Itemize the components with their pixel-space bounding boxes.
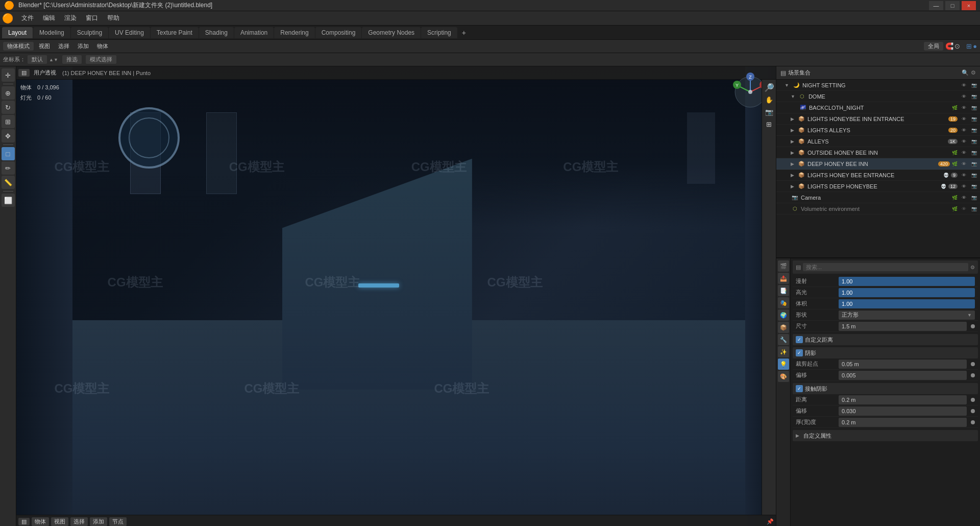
menu-file[interactable]: 文件 bbox=[17, 13, 38, 23]
outliner-item-dome[interactable]: ▼ ⬡ DOME 👁 📷 bbox=[776, 91, 980, 102]
thickness-value[interactable]: 0.2 m bbox=[839, 418, 967, 427]
viewport-type-btn[interactable]: ▤ bbox=[18, 69, 30, 77]
size-value[interactable]: 1.5 m bbox=[839, 322, 967, 331]
volumetric-eye[interactable]: 👁 bbox=[960, 205, 968, 213]
annotate-tool[interactable]: ✏ bbox=[2, 161, 15, 175]
custom-distance-header[interactable]: ✓ 自定义距离 bbox=[793, 334, 978, 345]
custom-distance-checkbox[interactable]: ✓ bbox=[796, 336, 803, 343]
add-cube-tool[interactable]: ⬜ bbox=[2, 194, 15, 207]
shadow-checkbox[interactable]: ✓ bbox=[796, 349, 803, 356]
zoom-in-btn[interactable]: 🔎 bbox=[764, 82, 775, 93]
data-props-btn[interactable]: 💡 bbox=[778, 358, 789, 370]
outliner-item-alleys[interactable]: ▶ 📦 ALLEYS 1K 👁 📷 bbox=[776, 136, 980, 147]
tab-scripting[interactable]: Scripting bbox=[421, 27, 457, 38]
bias-value[interactable]: 0.005 bbox=[839, 371, 967, 380]
output-props-btn[interactable]: 📤 bbox=[778, 273, 789, 284]
outliner-item-volumetric[interactable]: ⬡ Volumetric environment 🌿 👁 📷 bbox=[776, 203, 980, 214]
select-mode-button[interactable]: 推选 bbox=[62, 55, 82, 64]
outliner-item-lights-bee[interactable]: ▶ 📦 LIGHTS HONEY BEE ENTRANCE 💀 9 👁 📷 bbox=[776, 170, 980, 181]
outliner-filter-icon[interactable]: 🔍 bbox=[962, 69, 969, 76]
outliner-item-lights-deep[interactable]: ▶ 📦 LIGHTS DEEP HONEYBEE 💀 12 👁 📷 bbox=[776, 181, 980, 192]
visibility-eye-icon[interactable]: 👁 bbox=[960, 81, 968, 89]
coord-system-select[interactable]: 默认 bbox=[28, 55, 47, 64]
alleys-eye[interactable]: 👁 bbox=[960, 137, 968, 146]
viewport[interactable]: CG模型主 CG模型主 CG模型主 CG模型主 CG模型主 CG模型主 CG模型… bbox=[16, 66, 776, 526]
lights-bee-eye[interactable]: 👁 bbox=[960, 171, 968, 179]
render-camera-icon[interactable]: 📷 bbox=[970, 81, 978, 89]
rotate-tool[interactable]: ↻ bbox=[2, 101, 15, 114]
footer-object-btn[interactable]: 物体 bbox=[32, 517, 49, 526]
diffuse-value[interactable]: 1.00 bbox=[839, 277, 975, 286]
props-search-input[interactable] bbox=[803, 263, 968, 271]
tab-animation[interactable]: Animation bbox=[234, 27, 274, 38]
volume-value[interactable]: 1.00 bbox=[839, 299, 975, 308]
dome-eye-icon[interactable]: 👁 bbox=[960, 92, 968, 101]
outliner-options-icon[interactable]: ⚙ bbox=[971, 69, 976, 76]
custom-props-header[interactable]: ▶ 自定义属性 bbox=[793, 430, 978, 441]
maximize-button[interactable]: □ bbox=[945, 1, 960, 10]
shape-value[interactable]: 正方形 ▼ bbox=[839, 310, 975, 320]
transform-tool[interactable]: ✥ bbox=[2, 129, 15, 142]
grid-view-btn[interactable]: ⊞ bbox=[764, 118, 775, 130]
modifier-props-btn[interactable]: 🔧 bbox=[778, 334, 789, 345]
object-menu[interactable]: 物体 bbox=[94, 42, 111, 51]
grab-btn[interactable]: ✋ bbox=[764, 94, 775, 105]
measure-tool[interactable]: 📏 bbox=[2, 176, 15, 189]
scene-props-btn[interactable]: 🎭 bbox=[778, 297, 789, 308]
viewport-shading-icon[interactable]: ● bbox=[973, 42, 977, 50]
add-workspace-button[interactable]: + bbox=[458, 27, 470, 39]
lights-deep-eye[interactable]: 👁 bbox=[960, 182, 968, 190]
specular-value[interactable]: 1.00 bbox=[839, 288, 975, 297]
render-props-btn[interactable]: 🎬 bbox=[778, 260, 789, 272]
minimize-button[interactable]: — bbox=[929, 1, 943, 10]
shadow-header[interactable]: ✓ 阴影 bbox=[793, 347, 978, 358]
lights-deep-render[interactable]: 📷 bbox=[970, 182, 978, 190]
outliner-item-lights-entrance[interactable]: ▶ 📦 LIGHTS HONEYBEE INN ENTRANCE 19 👁 📷 bbox=[776, 113, 980, 125]
contact-shadow-header[interactable]: ✓ 接触阴影 bbox=[793, 383, 978, 394]
outliner-item-camera[interactable]: 📷 Camera 🌿 👁 📷 bbox=[776, 192, 980, 203]
view-layer-props-btn[interactable]: 📑 bbox=[778, 285, 789, 296]
tab-layout[interactable]: Layout bbox=[2, 27, 33, 38]
add-menu[interactable]: 添加 bbox=[75, 42, 92, 51]
footer-menu-btn[interactable]: ▤ bbox=[18, 518, 30, 525]
tab-uv-editing[interactable]: UV Editing bbox=[109, 27, 150, 38]
pivot-select[interactable]: 模式选择 bbox=[86, 55, 116, 64]
tab-rendering[interactable]: Rendering bbox=[274, 27, 314, 38]
global-transform-select[interactable]: 全局 bbox=[924, 42, 943, 51]
tab-texture-paint[interactable]: Texture Paint bbox=[151, 27, 199, 38]
menu-edit[interactable]: 编辑 bbox=[39, 13, 59, 23]
outside-render[interactable]: 📷 bbox=[970, 149, 978, 157]
footer-view-btn[interactable]: 视图 bbox=[51, 517, 68, 526]
tab-sculpting[interactable]: Sculpting bbox=[71, 27, 108, 38]
object-props-btn[interactable]: 📦 bbox=[778, 322, 789, 333]
footer-add-btn[interactable]: 添加 bbox=[90, 517, 107, 526]
lights-alleys-render[interactable]: 📷 bbox=[970, 126, 978, 134]
material-props-btn[interactable]: 🎨 bbox=[778, 371, 789, 382]
tab-compositing[interactable]: Compositing bbox=[315, 27, 362, 38]
outliner-item-night-setting[interactable]: ▼ 🌙 NIGHT SETTING 👁 📷 bbox=[776, 80, 980, 91]
contact-bias-value[interactable]: 0.030 bbox=[839, 407, 967, 416]
menu-render[interactable]: 渲染 bbox=[60, 13, 81, 23]
tab-geometry-nodes[interactable]: Geometry Nodes bbox=[362, 27, 421, 38]
lights-entrance-render[interactable]: 📷 bbox=[970, 115, 978, 123]
close-button[interactable]: × bbox=[962, 1, 976, 10]
cursor-tool[interactable]: ✛ bbox=[2, 68, 15, 82]
overlay-icon[interactable]: ⊞ bbox=[966, 42, 972, 50]
outliner-item-backcloth[interactable]: 🌌 BACKCLOTH_NIGHT 🌿 👁 📷 bbox=[776, 102, 980, 113]
lights-entrance-eye[interactable]: 👁 bbox=[960, 115, 968, 123]
select-menu[interactable]: 选择 bbox=[55, 42, 72, 51]
deep-eye[interactable]: 👁 bbox=[960, 160, 968, 168]
props-filter-icon[interactable]: ⚙ bbox=[970, 265, 975, 270]
backcloth-render-icon[interactable]: 📷 bbox=[970, 104, 978, 112]
backcloth-eye-icon[interactable]: 👁 bbox=[960, 104, 968, 112]
clip-start-value[interactable]: 0.05 m bbox=[839, 360, 967, 369]
outliner-item-deep[interactable]: ▶ 📦 DEEP HONEY BEE INN 420 🌿 👁 📷 bbox=[776, 158, 980, 170]
object-mode-select[interactable]: 物体模式 bbox=[3, 42, 34, 51]
camera-view-btn[interactable]: 📷 bbox=[764, 106, 775, 117]
view-menu[interactable]: 视图 bbox=[36, 42, 53, 51]
outliner-item-lights-alleys[interactable]: ▶ 📦 LIGHTS ALLEYS 20 👁 📷 bbox=[776, 125, 980, 136]
footer-select-btn[interactable]: 选择 bbox=[70, 517, 88, 526]
lights-alleys-eye[interactable]: 👁 bbox=[960, 126, 968, 134]
camera-render[interactable]: 📷 bbox=[970, 194, 978, 202]
tab-shading[interactable]: Shading bbox=[199, 27, 234, 38]
